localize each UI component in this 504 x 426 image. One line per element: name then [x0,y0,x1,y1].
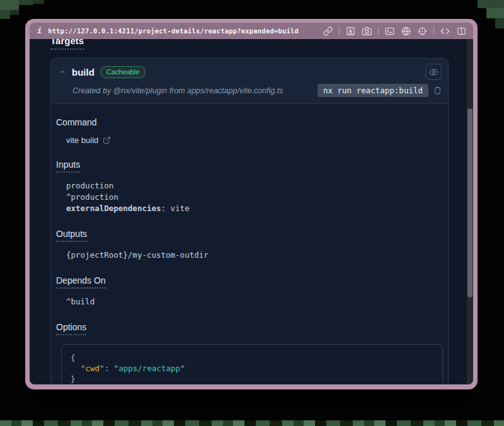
inspect-button[interactable] [417,26,428,37]
toolbar-icons [323,26,469,37]
open-config-link[interactable] [103,136,111,144]
input-value: : vite [161,204,190,213]
json-line: } [71,374,433,384]
inputs-section: Inputs production ^production externalDe… [56,159,443,214]
inputs-label: Inputs [56,159,80,173]
globe-icon [401,26,411,36]
copy-command-button[interactable] [433,86,442,95]
external-link-icon [103,136,111,144]
bg-patch [486,8,504,18]
link-button[interactable] [323,26,333,37]
bg-patch [33,0,44,4]
bg-patch-strip [0,420,504,426]
json-line: "cwd": "apps/reactapp" [71,363,433,374]
input-item: ^production [66,192,443,203]
bg-patch [19,0,33,5]
json-line: { [71,352,433,363]
options-section: Options { "cwd": "apps/reactapp" } [56,321,443,384]
outputs-label: Outputs [56,229,87,242]
browser-titlebar: i http://127.0.0.1:4211/project-details/… [30,23,473,39]
chevron-up-icon [59,68,66,76]
cacheable-badge: Cacheable [100,66,146,78]
json-value: apps/reactapp [118,364,180,373]
outputs-section: Outputs {projectRoot}/my-custom-outdir [56,228,443,261]
bg-patch [0,10,10,19]
url-field[interactable]: http://127.0.0.1:4211/project-details/re… [48,27,299,35]
command-label: Command [56,117,97,127]
options-json-block: { "cwd": "apps/reactapp" } [61,344,443,384]
bg-patch [478,0,504,8]
build-header-row[interactable]: build Cacheable [59,64,442,80]
crosshair-icon [418,26,427,36]
split-view-button[interactable] [456,26,467,37]
build-card-body: Command vite build Inputs pro [51,104,448,384]
info-icon: i [37,26,42,35]
link-icon [323,26,333,36]
import-button[interactable] [345,26,356,37]
options-label: Options [56,322,86,335]
target-card-build: build Cacheable Created by @nx/vite/plug… [50,58,449,384]
code-icon [440,26,450,36]
screenshot-button[interactable] [362,26,372,37]
targets-heading: Targets [50,39,84,50]
toolbar-divider [339,26,340,35]
depends-on-section: Depends On ^build [56,275,443,308]
toolbar-divider [433,26,434,35]
output-item: {projectRoot}/my-custom-outdir [66,250,443,261]
input-item: production [66,180,443,192]
terminal-icon [385,26,394,36]
bg-patch [10,10,19,15]
network-button[interactable] [401,26,411,37]
input-key: externalDependencies [66,204,161,213]
project-details-content: Targets build Cacheable [50,39,449,384]
target-name: build [72,67,94,78]
json-key: cwd [86,364,100,373]
split-view-icon [457,26,466,36]
bg-patch [0,0,19,10]
clipboard-icon [433,86,442,95]
input-item: externalDependencies: vite [66,203,443,214]
bg-patch [495,18,504,28]
console-button[interactable] [384,26,395,37]
build-card-header: build Cacheable Created by @nx/vite/plug… [51,59,448,104]
scrollbar-track[interactable] [467,39,473,384]
desktop-background: i http://127.0.0.1:4211/project-details/… [0,0,504,426]
import-icon [346,26,355,36]
code-button[interactable] [440,26,450,37]
command-value: vite build [66,135,98,145]
view-target-button[interactable] [425,64,442,80]
eye-icon [429,67,438,77]
page-viewport: Targets build Cacheable [30,39,473,384]
browser-window: i http://127.0.0.1:4211/project-details/… [25,19,478,389]
created-by-text: Created by @nx/vite/plugin from apps/rea… [72,86,283,95]
build-header-subrow: Created by @nx/vite/plugin from apps/rea… [59,84,442,97]
command-section: Command vite build [56,117,443,145]
depends-item: ^build [66,296,443,308]
scrollbar-thumb[interactable] [467,108,472,297]
depends-on-label: Depends On [56,275,106,289]
camera-icon [362,26,372,36]
run-command-chip: nx run reactapp:build [318,84,428,97]
toolbar-divider [378,26,379,35]
